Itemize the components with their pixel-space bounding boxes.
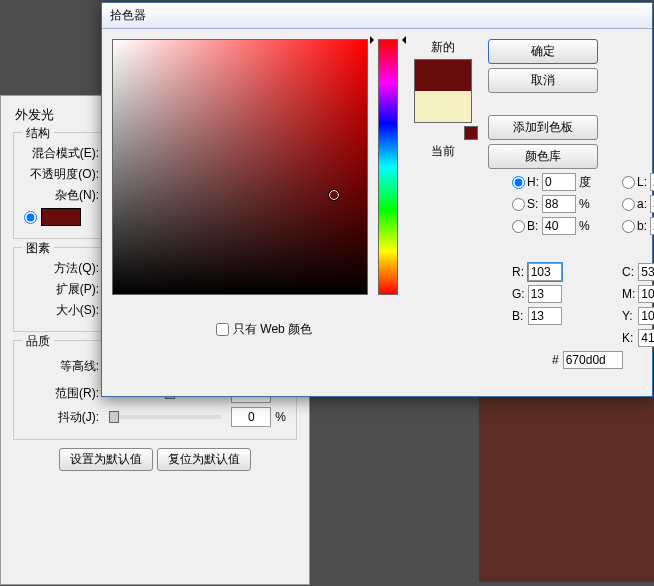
dialog-title: 拾色器 [102, 3, 652, 29]
jitter-pct: % [275, 410, 286, 424]
current-color-swatch [415, 91, 471, 122]
hex-input[interactable] [563, 351, 623, 369]
a-input[interactable] [650, 195, 654, 213]
set-default-button[interactable]: 设置为默认值 [59, 448, 153, 471]
opacity-label: 不透明度(O): [24, 166, 99, 183]
ok-button[interactable]: 确定 [488, 39, 598, 64]
y-input[interactable] [638, 307, 654, 325]
m-label: M: [622, 287, 635, 301]
group-title-elements: 图素 [22, 240, 54, 257]
hex-label: # [552, 353, 559, 367]
lab-b-input[interactable] [650, 217, 654, 235]
r-label: R: [512, 265, 525, 279]
new-color-swatch [415, 60, 471, 91]
color-field[interactable] [112, 39, 368, 295]
y-label: Y: [622, 309, 635, 323]
cancel-button[interactable]: 取消 [488, 68, 598, 93]
k-input[interactable] [638, 329, 654, 347]
g-label: G: [512, 287, 525, 301]
color-lib-button[interactable]: 颜色库 [488, 144, 598, 169]
h-input[interactable] [542, 173, 576, 191]
color-picker-dialog: 拾色器 新的 当前 确定 取消 添加到色板 颜色库 只有 Web 颜色 H:度 [101, 2, 653, 397]
c-input[interactable] [638, 263, 654, 281]
web-only-checkbox[interactable] [216, 323, 229, 336]
lab-b-radio[interactable]: b: [622, 219, 647, 233]
web-only-label: 只有 Web 颜色 [233, 321, 312, 338]
method-label: 方法(Q): [24, 260, 99, 277]
group-title-quality: 品质 [22, 333, 54, 350]
new-label: 新的 [431, 39, 455, 56]
b-radio[interactable]: B: [512, 219, 539, 233]
k-label: K: [622, 331, 635, 345]
hue-arrow-icon [372, 36, 404, 44]
l-radio[interactable]: L: [622, 175, 647, 189]
jitter-slider[interactable] [109, 415, 221, 419]
h-radio[interactable]: H: [512, 175, 539, 189]
color-radio[interactable] [24, 211, 37, 224]
contour-label: 等高线: [24, 358, 99, 375]
blend-mode-label: 混合模式(E): [24, 145, 99, 162]
rgb-b-input[interactable] [528, 307, 562, 325]
r-input[interactable] [528, 263, 562, 281]
jitter-input[interactable] [231, 407, 271, 427]
m-input[interactable] [638, 285, 654, 303]
color-swatch[interactable] [41, 208, 81, 226]
a-radio[interactable]: a: [622, 197, 647, 211]
s-radio[interactable]: S: [512, 197, 539, 211]
jitter-label: 抖动(J): [24, 409, 99, 426]
c-label: C: [622, 265, 635, 279]
spread-label: 扩展(P): [24, 281, 99, 298]
group-title-structure: 结构 [22, 125, 54, 142]
deg-label: 度 [579, 174, 591, 191]
pct-label2: % [579, 219, 591, 233]
hue-slider[interactable] [378, 39, 398, 295]
reset-default-button[interactable]: 复位为默认值 [157, 448, 251, 471]
rgb-b-label: B: [512, 309, 525, 323]
size-label: 大小(S): [24, 302, 99, 319]
picker-cursor-icon [329, 190, 339, 200]
b-input[interactable] [542, 217, 576, 235]
add-swatch-button[interactable]: 添加到色板 [488, 115, 598, 140]
current-label: 当前 [431, 143, 455, 160]
g-input[interactable] [528, 285, 562, 303]
pct-label: % [579, 197, 591, 211]
l-input[interactable] [650, 173, 654, 191]
websafe-swatch[interactable] [464, 126, 478, 140]
range-label: 范围(R): [24, 385, 99, 402]
noise-label: 杂色(N): [24, 187, 99, 204]
s-input[interactable] [542, 195, 576, 213]
color-preview [414, 59, 472, 123]
